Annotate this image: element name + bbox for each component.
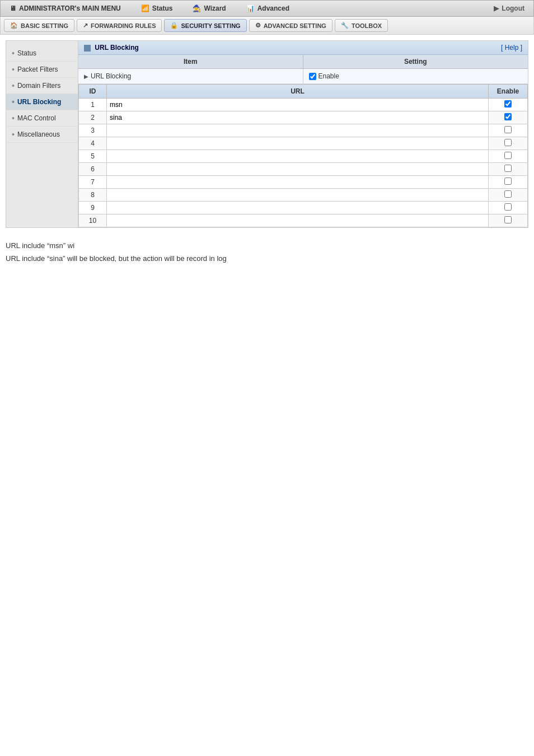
row-enable-cell	[489, 111, 528, 124]
row-enable-checkbox-4[interactable]	[504, 139, 512, 146]
content-area: URL Blocking [ Help ] Item Setting ▶ URL…	[78, 40, 528, 228]
row-enable-checkbox-8[interactable]	[504, 190, 512, 198]
table-row: 1	[79, 99, 528, 111]
row-id: 4	[79, 137, 107, 150]
row-enable-cell	[489, 163, 528, 176]
row-id: 7	[79, 176, 107, 189]
forwarding-icon: ↗	[83, 22, 88, 29]
sidebar-item-status[interactable]: Status	[6, 45, 78, 62]
bottom-notes: URL include “msn” wi URL include “sina” …	[6, 239, 528, 265]
note-2: URL include “sina” will be blocked, but …	[6, 252, 528, 265]
section-icon	[84, 45, 91, 52]
url-enable-cell: Enable	[303, 69, 528, 83]
enable-checkbox[interactable]	[309, 73, 316, 80]
row-url-cell	[107, 214, 489, 227]
row-id: 1	[79, 99, 107, 111]
forwarding-rules-tab[interactable]: ↗ FORWARDING RULES	[77, 19, 162, 32]
row-url-cell	[107, 202, 489, 214]
row-id: 5	[79, 150, 107, 163]
table-row: 2	[79, 111, 528, 124]
top-nav: 🖥 ADMINISTRATOR's MAIN MENU 📶 Status 🧙 W…	[0, 0, 534, 17]
table-row: 8	[79, 189, 528, 202]
main-container: Status Packet Filters Domain Filters URL…	[6, 40, 528, 228]
row-enable-cell	[489, 150, 528, 163]
url-input-1[interactable]	[107, 99, 488, 110]
wizard-nav-item[interactable]: 🧙 Wizard	[188, 3, 230, 14]
basic-setting-tab[interactable]: 🏠 BASIC SETTING	[4, 19, 74, 32]
security-icon: 🔒	[170, 22, 178, 29]
url-input-10[interactable]	[107, 215, 488, 226]
table-row: 7	[79, 176, 528, 189]
row-enable-cell	[489, 214, 528, 227]
row-id: 6	[79, 163, 107, 176]
sidebar-item-mac-control[interactable]: MAC Control	[6, 110, 78, 127]
row-enable-checkbox-10[interactable]	[504, 216, 512, 223]
url-table: ID URL Enable 12345678910	[78, 84, 528, 227]
row-enable-cell	[489, 176, 528, 189]
sidebar-item-url-blocking[interactable]: URL Blocking	[6, 94, 78, 110]
row-enable-checkbox-6[interactable]	[504, 165, 512, 172]
url-blocking-label: ▶ URL Blocking	[78, 69, 303, 83]
row-enable-checkbox-3[interactable]	[504, 126, 512, 133]
basic-setting-icon: 🏠	[10, 22, 18, 29]
url-input-7[interactable]	[107, 176, 488, 188]
row-enable-cell	[489, 99, 528, 111]
setting-column-header: Setting	[303, 55, 528, 68]
url-input-8[interactable]	[107, 189, 488, 200]
row-url-cell	[107, 99, 489, 111]
row-url-cell	[107, 163, 489, 176]
row-id: 2	[79, 111, 107, 124]
url-column-header: URL	[107, 85, 489, 99]
url-table-container: ID URL Enable 12345678910	[78, 84, 528, 227]
enable-label[interactable]: Enable	[318, 72, 339, 80]
advanced-setting-tab[interactable]: ⚙ ADVANCED SETTING	[249, 19, 332, 32]
section-title: URL Blocking	[84, 44, 139, 52]
table-row: 6	[79, 163, 528, 176]
logout-nav-item[interactable]: ▶ Logout	[489, 3, 529, 14]
url-input-5[interactable]	[107, 151, 488, 162]
row-enable-cell	[489, 137, 528, 150]
row-enable-cell	[489, 124, 528, 137]
row-enable-cell	[489, 202, 528, 214]
row-enable-checkbox-5[interactable]	[504, 152, 512, 159]
table-row: 5	[79, 150, 528, 163]
url-input-9[interactable]	[107, 202, 488, 213]
row-enable-checkbox-7[interactable]	[504, 178, 512, 185]
advanced-setting-icon: ⚙	[255, 22, 261, 29]
row-id: 10	[79, 214, 107, 227]
advanced-icon: 📊	[246, 4, 255, 12]
item-setting-header: Item Setting	[78, 55, 528, 69]
sidebar-item-domain-filters[interactable]: Domain Filters	[6, 78, 78, 94]
row-url-cell	[107, 176, 489, 189]
table-row: 9	[79, 202, 528, 214]
wizard-icon: 🧙	[193, 4, 201, 12]
row-enable-checkbox-9[interactable]	[504, 203, 512, 211]
url-input-6[interactable]	[107, 164, 488, 175]
row-url-cell	[107, 124, 489, 137]
row-id: 8	[79, 189, 107, 202]
row-enable-cell	[489, 189, 528, 202]
url-input-4[interactable]	[107, 138, 488, 149]
sidebar-item-miscellaneous[interactable]: Miscellaneous	[6, 127, 78, 143]
id-column-header: ID	[79, 85, 107, 99]
table-row: 10	[79, 214, 528, 227]
sidebar: Status Packet Filters Domain Filters URL…	[6, 40, 78, 228]
toolbox-icon: 🔧	[341, 22, 349, 29]
security-setting-tab[interactable]: 🔒 SECURITY SETTING	[164, 19, 246, 32]
triangle-icon: ▶	[84, 73, 88, 80]
url-input-2[interactable]	[107, 112, 488, 123]
row-enable-checkbox-2[interactable]	[504, 113, 512, 120]
url-input-3[interactable]	[107, 125, 488, 136]
table-row: 3	[79, 124, 528, 137]
admin-menu-label: 🖥 ADMINISTRATOR's MAIN MENU	[5, 3, 125, 14]
row-id: 3	[79, 124, 107, 137]
toolbox-tab[interactable]: 🔧 TOOLBOX	[335, 19, 388, 32]
section-header: URL Blocking [ Help ]	[78, 41, 528, 55]
row-enable-checkbox-1[interactable]	[504, 100, 512, 108]
advanced-nav-item[interactable]: 📊 Advanced	[242, 3, 294, 14]
help-link[interactable]: [ Help ]	[501, 44, 522, 52]
second-nav: 🏠 BASIC SETTING ↗ FORWARDING RULES 🔒 SEC…	[0, 17, 534, 35]
status-nav-item[interactable]: 📶 Status	[137, 3, 177, 14]
status-icon: 📶	[141, 4, 149, 12]
sidebar-item-packet-filters[interactable]: Packet Filters	[6, 62, 78, 78]
